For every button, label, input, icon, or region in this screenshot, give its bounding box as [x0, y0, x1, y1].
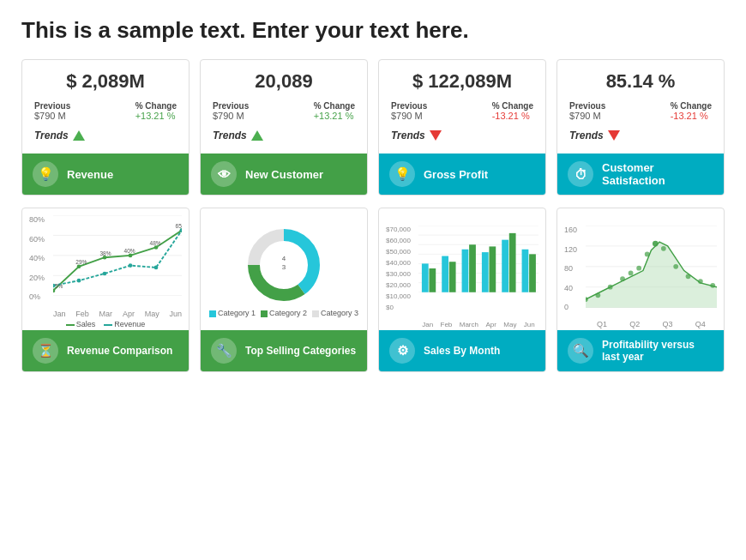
- trend-down-icon: [430, 130, 442, 141]
- kpi-footer-customer-satisfaction: ⏱ Customer Satisfaction: [557, 154, 724, 195]
- kpi-body-new-customer: 20,089 Previous $790 M % Change +13.21 %…: [201, 60, 367, 154]
- scatter-y-axis: 160 120 80 40 0: [564, 226, 586, 311]
- kpi-value-revenue: $ 2,089M: [34, 70, 177, 93]
- svg-point-57: [620, 276, 625, 281]
- gross-profit-icon: 💡: [389, 161, 415, 187]
- bar-x-axis: Jan Feb March Apr May Jun: [418, 321, 538, 328]
- page-title: This is a sample text. Enter your text h…: [21, 17, 725, 44]
- svg-rect-36: [422, 263, 429, 292]
- svg-rect-39: [449, 262, 456, 292]
- customer-satisfaction-icon: ⏱: [568, 161, 593, 187]
- kpi-meta-gross-profit: Previous $790 M % Change -13.21 %: [391, 101, 533, 121]
- svg-rect-41: [469, 244, 476, 292]
- svg-rect-45: [509, 233, 516, 292]
- kpi-card-customer-satisfaction: 85.14 % Previous $790 M % Change -13.21 …: [556, 59, 725, 196]
- svg-point-64: [686, 274, 691, 279]
- svg-text:40%: 40%: [124, 248, 135, 254]
- kpi-meta-customer-satisfaction: Previous $790 M % Change -13.21 %: [569, 101, 712, 121]
- dashboard: $ 2,089M Previous $790 M % Change +13.21…: [21, 59, 725, 372]
- svg-point-61: [653, 241, 659, 247]
- chart-card-revenue-comparison: 80% 60% 40% 20% 0%: [21, 208, 190, 372]
- svg-rect-40: [462, 250, 469, 292]
- top-selling-icon: 🔧: [211, 338, 237, 364]
- scatter-svg: [586, 226, 717, 308]
- revenue-comparison-icon: ⏳: [33, 338, 58, 364]
- svg-point-62: [661, 246, 666, 251]
- kpi-row: $ 2,089M Previous $790 M % Change +13.21…: [21, 59, 725, 196]
- svg-rect-37: [429, 268, 436, 292]
- kpi-meta-new-customer: Previous $790 M % Change +13.21 %: [213, 101, 355, 121]
- svg-point-55: [595, 292, 600, 298]
- svg-point-66: [710, 283, 715, 288]
- new-customer-icon: 👁: [211, 161, 237, 187]
- chart-card-profitability: 160 120 80 40 0: [556, 208, 725, 372]
- donut-chart: 4 3 Category 1 Category 2 Category 3: [209, 220, 358, 323]
- svg-point-56: [608, 285, 613, 290]
- trend-up-icon-2: [251, 130, 263, 141]
- chart-footer-top-selling: 🔧 Top Selling Categories: [201, 330, 367, 371]
- scatter-x-axis: Q1 Q2 Q3 Q4: [586, 320, 717, 328]
- svg-point-12: [77, 279, 81, 283]
- svg-point-9: [154, 245, 159, 250]
- kpi-card-revenue: $ 2,089M Previous $790 M % Change +13.21…: [21, 59, 190, 196]
- revenue-icon: 💡: [33, 161, 58, 187]
- chart-area-sales-by-month: $70,000 $60,000 $50,000 $40,000 $30,000 …: [379, 208, 545, 330]
- kpi-trends-gross-profit: Trends: [391, 126, 533, 148]
- chart-footer-profitability: 🔍 Profitability versus last year: [557, 330, 724, 371]
- svg-text:65%: 65%: [176, 223, 182, 229]
- line-x-axis: Jan Feb Mar Apr May Jun: [53, 310, 182, 318]
- chart-area-profitability: 160 120 80 40 0: [557, 208, 724, 330]
- kpi-trends-customer-satisfaction: Trends: [569, 126, 712, 148]
- svg-text:3: 3: [282, 263, 286, 271]
- svg-text:48%: 48%: [150, 240, 161, 246]
- scatter-chart: 160 120 80 40 0: [564, 226, 717, 328]
- bar-chart: $70,000 $60,000 $50,000 $40,000 $30,000 …: [386, 226, 538, 328]
- svg-rect-42: [482, 252, 489, 292]
- svg-point-59: [636, 266, 641, 271]
- kpi-body-customer-satisfaction: 85.14 % Previous $790 M % Change -13.21 …: [557, 60, 724, 154]
- trend-down-icon-2: [608, 130, 620, 141]
- svg-text:38%: 38%: [99, 250, 111, 256]
- kpi-value-gross-profit: $ 122,089M: [391, 70, 533, 93]
- line-chart-legend: Sales Revenue: [29, 320, 182, 328]
- line-chart: 80% 60% 40% 20% 0%: [29, 215, 182, 318]
- kpi-card-new-customer: 20,089 Previous $790 M % Change +13.21 %…: [200, 59, 368, 196]
- line-chart-svg: 5% 29% 38% 40% 48% 65%: [53, 215, 182, 296]
- kpi-footer-gross-profit: 💡 Gross Profit: [379, 154, 545, 195]
- bar-y-axis: $70,000 $60,000 $50,000 $40,000 $30,000 …: [386, 226, 418, 311]
- chart-footer-sales-by-month: ⚙ Sales By Month: [379, 330, 545, 371]
- svg-rect-44: [502, 240, 508, 292]
- sales-by-month-icon: ⚙: [389, 338, 415, 364]
- kpi-value-new-customer: 20,089: [213, 70, 355, 93]
- kpi-meta-revenue: Previous $790 M % Change +13.21 %: [34, 101, 177, 121]
- trend-up-icon: [73, 130, 85, 141]
- svg-point-14: [129, 263, 133, 268]
- kpi-change-revenue: % Change +13.21 %: [135, 101, 177, 121]
- chart-row: 80% 60% 40% 20% 0%: [21, 208, 725, 372]
- kpi-value-customer-satisfaction: 85.14 %: [569, 70, 712, 93]
- chart-card-top-selling: 4 3 Category 1 Category 2 Category 3 🔧 T…: [200, 208, 368, 372]
- svg-text:4: 4: [282, 255, 286, 262]
- svg-point-60: [645, 252, 650, 257]
- svg-rect-46: [522, 250, 529, 292]
- line-y-axis: 80% 60% 40% 20% 0%: [29, 215, 53, 301]
- svg-point-8: [129, 254, 133, 258]
- chart-footer-revenue-comparison: ⏳ Revenue Comparison: [22, 330, 189, 371]
- svg-rect-47: [529, 254, 536, 292]
- svg-point-15: [154, 266, 159, 270]
- kpi-previous-revenue: Previous $790 M: [34, 101, 70, 121]
- svg-point-63: [673, 264, 678, 269]
- chart-area-top-selling: 4 3 Category 1 Category 2 Category 3: [201, 208, 367, 330]
- donut-svg: 4 3: [245, 226, 322, 304]
- svg-point-58: [629, 271, 634, 276]
- svg-point-13: [103, 272, 107, 276]
- svg-text:29%: 29%: [75, 259, 87, 265]
- svg-point-65: [698, 279, 703, 284]
- profitability-icon: 🔍: [568, 338, 593, 364]
- kpi-body-revenue: $ 2,089M Previous $790 M % Change +13.21…: [22, 60, 189, 154]
- donut-legend: Category 1 Category 2 Category 3: [209, 309, 358, 317]
- kpi-footer-revenue: 💡 Revenue: [22, 154, 189, 195]
- kpi-trends-new-customer: Trends: [213, 126, 355, 148]
- svg-text:5%: 5%: [55, 283, 63, 289]
- kpi-trends-revenue: Trends: [34, 126, 177, 148]
